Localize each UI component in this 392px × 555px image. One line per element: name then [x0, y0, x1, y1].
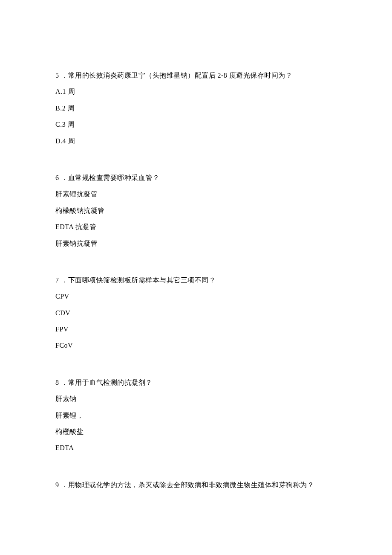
- question-number: 6: [55, 174, 59, 181]
- question-number: 8: [55, 379, 59, 386]
- question-option: A.1 周: [55, 84, 337, 100]
- question-stem: 6 ．血常规检查需要哪种采血管？: [55, 170, 337, 186]
- question-option: EDTA: [55, 440, 337, 456]
- question-text: ．常用的长效消炎药康卫宁（头抱维星钠）配置后 2-8 度避光保存时间为？: [61, 72, 292, 79]
- question-block: 7 ．下面哪项快筛检测板所需样本与其它三项不同？ CPV CDV FPV FCo…: [55, 272, 337, 354]
- question-option: 肝素锂抗凝管: [55, 186, 337, 202]
- question-option: D.4 周: [55, 133, 337, 149]
- question-number: 5: [55, 72, 59, 79]
- question-option: FCoV: [55, 337, 337, 354]
- question-stem: 8 ．常用于血气检测的抗凝剂？: [55, 375, 337, 391]
- question-block: 8 ．常用于血气检测的抗凝剂？ 肝素钠 肝素锂， 枸橙酸盐 EDTA: [55, 375, 337, 456]
- question-option: CPV: [55, 288, 337, 305]
- question-option: C.3 周: [55, 116, 337, 133]
- question-number: 7: [55, 276, 59, 284]
- question-number: 9: [55, 481, 59, 488]
- question-option: FPV: [55, 321, 337, 337]
- question-text: ．血常规检查需要哪种采血管？: [61, 174, 159, 181]
- question-option: 肝素锂，: [55, 407, 337, 424]
- question-option: B.2 周: [55, 100, 337, 116]
- question-stem: 5 ．常用的长效消炎药康卫宁（头抱维星钠）配置后 2-8 度避光保存时间为？: [55, 67, 337, 84]
- question-option: CDV: [55, 305, 337, 321]
- question-text: ．常用于血气检测的抗凝剂？: [61, 379, 153, 386]
- question-stem: 9 ．用物理或化学的方法，杀灭或除去全部致病和非致病微生物生殖体和芽狗称为？: [55, 477, 337, 493]
- question-option: EDTA 抗凝管: [55, 219, 337, 235]
- question-option: 枸橙酸盐: [55, 424, 337, 440]
- question-block: 6 ．血常规检查需要哪种采血管？ 肝素锂抗凝管 枸檬酸钠抗凝管 EDTA 抗凝管…: [55, 170, 337, 252]
- question-text: ．用物理或化学的方法，杀灭或除去全部致病和非致病微生物生殖体和芽狗称为？: [61, 481, 314, 488]
- document-page: 5 ．常用的长效消炎药康卫宁（头抱维星钠）配置后 2-8 度避光保存时间为？ A…: [0, 0, 392, 493]
- question-option: 肝素钠抗凝管: [55, 235, 337, 252]
- question-text: ．下面哪项快筛检测板所需样本与其它三项不同？: [61, 276, 216, 284]
- question-option: 肝素钠: [55, 391, 337, 407]
- question-option: 枸檬酸钠抗凝管: [55, 203, 337, 219]
- question-block: 5 ．常用的长效消炎药康卫宁（头抱维星钠）配置后 2-8 度避光保存时间为？ A…: [55, 67, 337, 149]
- question-block: 9 ．用物理或化学的方法，杀灭或除去全部致病和非致病微生物生殖体和芽狗称为？: [55, 477, 337, 493]
- question-stem: 7 ．下面哪项快筛检测板所需样本与其它三项不同？: [55, 272, 337, 288]
